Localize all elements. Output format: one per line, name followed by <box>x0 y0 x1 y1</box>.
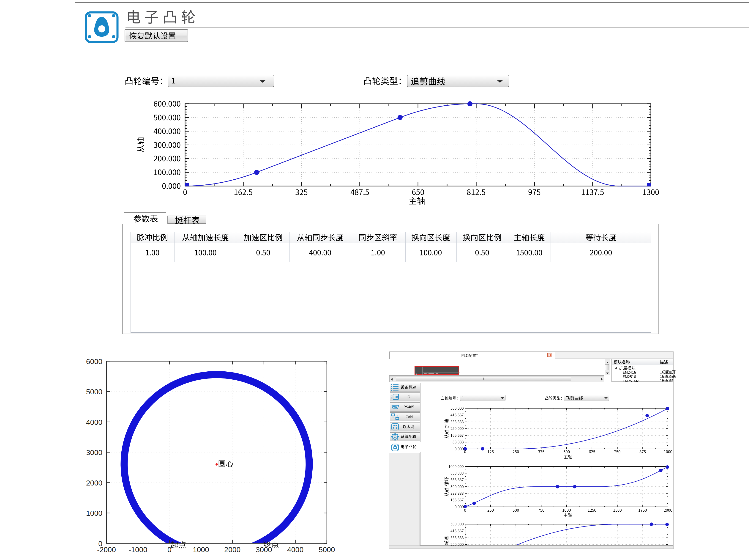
svg-text:IO: IO <box>394 395 398 399</box>
